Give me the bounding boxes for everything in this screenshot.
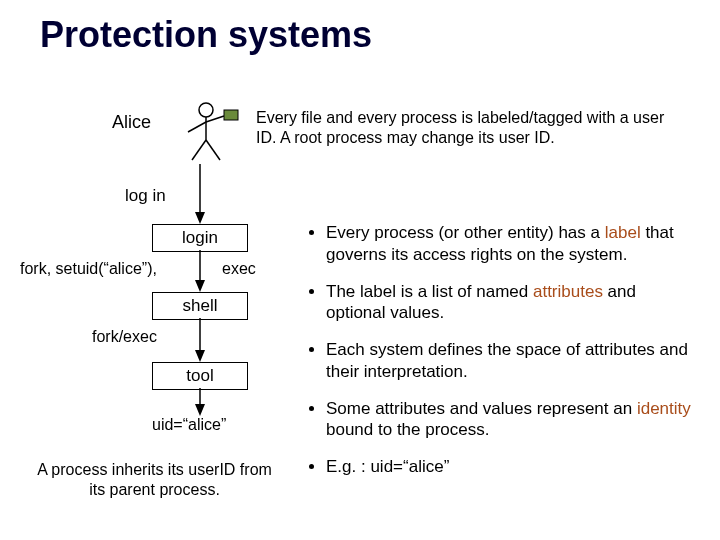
arrow-shell-to-tool-icon (190, 318, 210, 362)
svg-line-6 (206, 140, 220, 160)
bullet-4-text-a: Some attributes and values represent an (326, 399, 637, 418)
forkexec-label: fork/exec (92, 328, 157, 346)
login-arrow-label: log in (125, 186, 166, 206)
bullet-4: Some attributes and values represent an … (326, 398, 698, 442)
bullet-1: Every process (or other entity) has a la… (326, 222, 698, 266)
bullet-2-text-a: The label is a list of named (326, 282, 533, 301)
inherit-note: A process inherits its userID from its p… (32, 460, 277, 500)
bullet-2: The label is a list of named attributes … (326, 281, 698, 325)
svg-marker-10 (195, 280, 205, 292)
exec-label: exec (222, 260, 256, 278)
login-box: login (152, 224, 248, 252)
shell-box: shell (152, 292, 248, 320)
slide: Protection systems Alice Every file and … (0, 0, 720, 540)
page-title: Protection systems (40, 14, 372, 56)
bullet-1-keyword: label (605, 223, 641, 242)
bullet-4-keyword: identity (637, 399, 691, 418)
bullet-3: Each system defines the space of attribu… (326, 339, 698, 383)
tool-box: tool (152, 362, 248, 390)
arrow-alice-to-login-icon (190, 164, 210, 224)
bullet-4-text-b: bound to the process. (326, 420, 490, 439)
svg-point-0 (199, 103, 213, 117)
fork-setuid-label: fork, setuid(“alice”), (20, 260, 157, 278)
arrow-login-to-shell-icon (190, 250, 210, 292)
svg-marker-8 (195, 212, 205, 224)
uid-label: uid=“alice” (152, 416, 226, 434)
bullet-5: E.g. : uid=“alice” (326, 456, 698, 478)
bullet-1-text-a: Every process (or other entity) has a (326, 223, 605, 242)
bullet-2-keyword: attributes (533, 282, 603, 301)
svg-marker-12 (195, 350, 205, 362)
bullet-list: Every process (or other entity) has a la… (302, 222, 698, 493)
intro-text: Every file and every process is labeled/… (256, 108, 676, 148)
svg-marker-14 (195, 404, 205, 416)
svg-line-2 (188, 122, 206, 132)
svg-rect-4 (224, 110, 238, 120)
alice-label: Alice (112, 112, 151, 133)
arrow-tool-to-uid-icon (190, 388, 210, 416)
svg-line-5 (192, 140, 206, 160)
stick-figure-icon (178, 98, 248, 168)
